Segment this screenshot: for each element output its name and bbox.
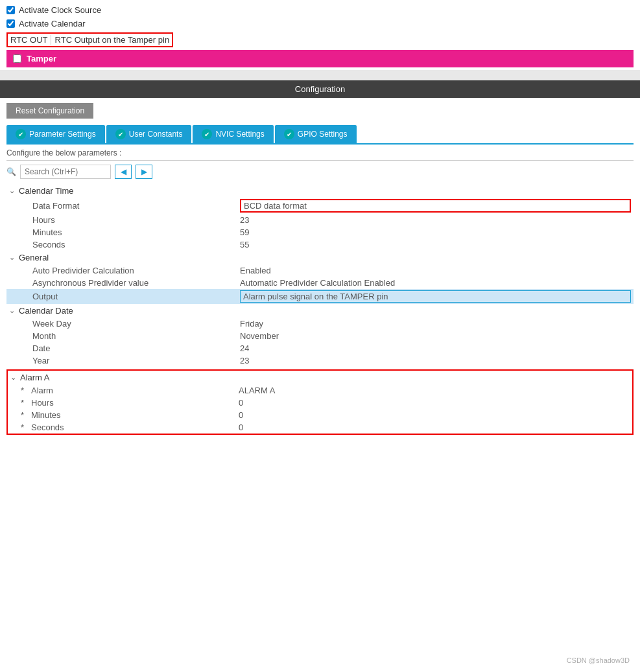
main-container: Activate Clock Source Activate Calendar … — [0, 0, 640, 672]
search-icon: 🔍 — [6, 167, 16, 176]
async-predivider-label: Asynchronous Predivider value — [32, 278, 240, 288]
alarm-a-seconds-value: 0 — [239, 423, 243, 432]
auto-predivider-value: Enabled — [240, 266, 631, 275]
alarm-a-alarm-row: * Alarm ALARM A — [8, 384, 632, 397]
seconds-label: Seconds — [32, 240, 240, 249]
month-row: Month November — [6, 330, 634, 342]
minutes-row: Minutes 59 — [6, 226, 634, 238]
tamper-row: Tamper — [6, 50, 634, 67]
week-day-label: Week Day — [32, 319, 240, 329]
tab-nvic-settings-label: NVIC Settings — [215, 130, 264, 139]
search-row: 🔍 ◀ ▶ — [6, 165, 634, 179]
alarm-a-minutes-label: Minutes — [31, 410, 239, 420]
tab-parameter-settings-label: Parameter Settings — [29, 130, 96, 139]
calendar-date-section-header[interactable]: ⌄ Calendar Date — [6, 304, 634, 318]
tab-user-constants-icon: ✔ — [115, 129, 126, 139]
alarm-a-minutes-row: * Minutes 0 — [8, 409, 632, 421]
tab-gpio-settings-label: GPIO Settings — [298, 130, 348, 139]
year-value: 23 — [240, 356, 631, 365]
week-day-row: Week Day Friday — [6, 318, 634, 330]
activate-calendar-checkbox[interactable] — [6, 19, 15, 28]
configure-text: Configure the below parameters : — [6, 145, 634, 161]
seconds-value: 55 — [240, 240, 631, 249]
activate-calendar-row: Activate Calendar — [6, 19, 634, 29]
general-chevron: ⌄ — [9, 253, 15, 262]
alarm-a-section-header[interactable]: ⌄ Alarm A — [8, 371, 632, 384]
alarm-a-minutes-star: * — [21, 410, 29, 420]
output-row: Output Alarm pulse signal on the TAMPER … — [6, 289, 634, 304]
activate-clock-source-row: Activate Clock Source — [6, 5, 634, 15]
alarm-a-alarm-label: Alarm — [31, 386, 239, 395]
calendar-time-title: Calendar Time — [19, 186, 74, 196]
watermark: CSDN @shadow3D — [567, 656, 630, 664]
rtc-out-row: RTC OUT RTC Output on the Tamper pin — [6, 32, 173, 47]
tabs-row: ✔ Parameter Settings ✔ User Constants ✔ … — [6, 125, 634, 145]
next-nav-button[interactable]: ▶ — [136, 165, 152, 179]
alarm-a-alarm-star: * — [21, 386, 29, 395]
month-value: November — [240, 331, 631, 341]
tab-gpio-settings[interactable]: ✔ GPIO Settings — [275, 125, 357, 143]
data-format-row: Data Format BCD data format — [6, 198, 634, 214]
tab-nvic-settings[interactable]: ✔ NVIC Settings — [193, 125, 273, 143]
activate-clock-source-label: Activate Clock Source — [19, 5, 101, 15]
async-predivider-value: Automatic Predivider Calculation Enabled — [240, 278, 631, 288]
alarm-a-hours-row: * Hours 0 — [8, 397, 632, 409]
alarm-a-box: ⌄ Alarm A * Alarm ALARM A * Hours 0 * — [6, 369, 634, 435]
month-label: Month — [32, 331, 240, 341]
async-predivider-row: Asynchronous Predivider value Automatic … — [6, 277, 634, 289]
week-day-value: Friday — [240, 319, 631, 329]
data-format-label: Data Format — [32, 201, 240, 211]
tab-parameter-settings-icon: ✔ — [16, 129, 26, 139]
tab-nvic-settings-icon: ✔ — [202, 129, 212, 139]
tab-user-constants[interactable]: ✔ User Constants — [106, 125, 192, 143]
general-section-header[interactable]: ⌄ General — [6, 251, 634, 264]
reset-config-button[interactable]: Reset Configuration — [6, 103, 93, 119]
tab-gpio-settings-icon: ✔ — [284, 129, 294, 139]
tab-parameter-settings[interactable]: ✔ Parameter Settings — [6, 125, 105, 143]
date-row: Date 24 — [6, 342, 634, 354]
hours-value: 23 — [240, 215, 631, 225]
date-value: 24 — [240, 343, 631, 353]
hours-label: Hours — [32, 215, 240, 225]
alarm-a-seconds-row: * Seconds 0 — [8, 421, 632, 434]
year-row: Year 23 — [6, 354, 634, 367]
activate-clock-source-checkbox[interactable] — [6, 6, 15, 14]
calendar-time-section-header[interactable]: ⌄ Calendar Time — [6, 184, 634, 198]
alarm-a-chevron: ⌄ — [10, 373, 16, 382]
tamper-checkbox[interactable] — [13, 54, 21, 63]
rtc-out-value: RTC Output on the Tamper pin — [51, 35, 170, 45]
alarm-a-hours-star: * — [21, 398, 29, 408]
spacer — [0, 70, 640, 80]
param-tree: ⌄ Calendar Time Data Format BCD data for… — [6, 184, 634, 435]
alarm-a-hours-label: Hours — [31, 398, 239, 408]
alarm-a-seconds-label: Seconds — [31, 423, 239, 432]
calendar-date-title: Calendar Date — [19, 306, 73, 316]
minutes-label: Minutes — [32, 227, 240, 237]
output-label: Output — [32, 292, 240, 301]
date-label: Date — [32, 343, 240, 353]
search-input[interactable] — [20, 165, 111, 179]
year-label: Year — [32, 356, 240, 365]
auto-predivider-row: Auto Predivider Calculation Enabled — [6, 264, 634, 277]
top-section: Activate Clock Source Activate Calendar … — [0, 0, 640, 70]
prev-nav-button[interactable]: ◀ — [115, 165, 132, 179]
seconds-row: Seconds 55 — [6, 238, 634, 251]
config-header: Configuration — [0, 80, 640, 98]
auto-predivider-label: Auto Predivider Calculation — [32, 266, 240, 275]
data-format-value[interactable]: BCD data format — [240, 199, 631, 213]
tab-user-constants-label: User Constants — [129, 130, 183, 139]
config-section: Configuration Reset Configuration ✔ Para… — [0, 80, 640, 443]
calendar-date-chevron: ⌄ — [9, 307, 15, 315]
output-value[interactable]: Alarm pulse signal on the TAMPER pin — [240, 290, 631, 303]
alarm-a-alarm-value: ALARM A — [239, 386, 275, 395]
activate-calendar-label: Activate Calendar — [19, 19, 86, 29]
alarm-a-title: Alarm A — [20, 373, 50, 382]
tamper-label: Tamper — [27, 54, 56, 64]
general-title: General — [19, 253, 49, 262]
hours-row: Hours 23 — [6, 214, 634, 226]
config-body: Reset Configuration ✔ Parameter Settings… — [0, 98, 640, 443]
minutes-value: 59 — [240, 227, 631, 237]
alarm-a-seconds-star: * — [21, 423, 29, 432]
calendar-time-chevron: ⌄ — [9, 187, 15, 195]
rtc-out-label: RTC OUT — [10, 35, 48, 45]
